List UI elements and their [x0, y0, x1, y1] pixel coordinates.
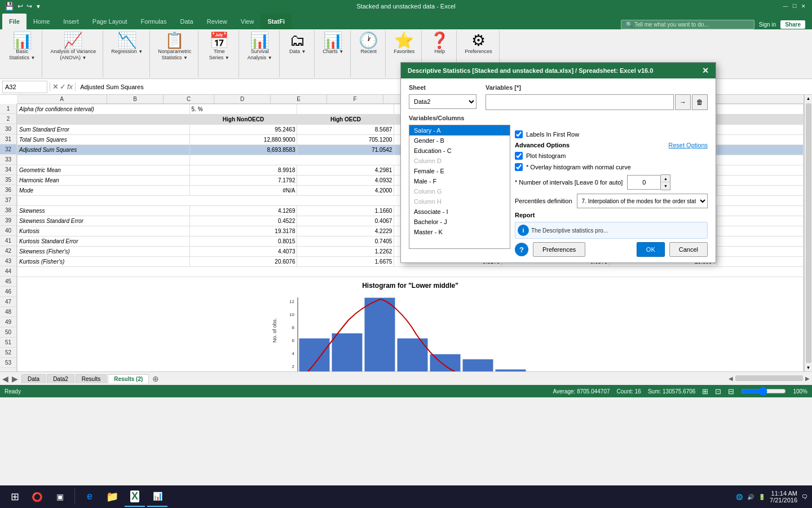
taskbar-edge[interactable]: e	[80, 487, 100, 507]
view-preview-icon[interactable]: ⊟	[728, 387, 734, 396]
cell-c32[interactable]: 71.0542	[297, 145, 394, 155]
share-btn[interactable]: Share	[780, 20, 805, 29]
cell-g39[interactable]	[717, 216, 804, 226]
zoom-slider[interactable]	[741, 387, 786, 396]
cell-b40[interactable]: 19.3178	[189, 226, 297, 237]
cell-a2[interactable]	[17, 115, 190, 125]
var-item-columnh[interactable]: Column H	[409, 196, 510, 207]
preferences-dialog-btn[interactable]: Preferences	[533, 242, 585, 257]
dialog-close-btn[interactable]: ✕	[702, 66, 709, 75]
cell-c40[interactable]: 4.2229	[297, 226, 394, 237]
survival-btn[interactable]: 📊 SurvivalAnalysis ▼	[245, 32, 275, 62]
sign-in[interactable]: Sign in	[759, 21, 776, 28]
cell-a35[interactable]: Harmonic Mean	[17, 176, 190, 186]
spin-up[interactable]: ▲	[661, 175, 670, 182]
horizontal-scrollbar[interactable]	[735, 375, 803, 381]
cell-b43[interactable]: 20.6076	[189, 257, 297, 267]
var-item-gender[interactable]: Gender - B	[409, 135, 510, 146]
plot-histogram-checkbox[interactable]	[515, 152, 523, 160]
cell-c41[interactable]: 0.7405	[297, 237, 394, 247]
var-item-female[interactable]: Female - E	[409, 166, 510, 176]
dialog-help-btn[interactable]: ?	[515, 243, 528, 256]
cell-a43[interactable]: Kurtosis (Fisher's)	[17, 257, 190, 267]
var-item-salary[interactable]: Salary - A	[409, 125, 510, 135]
add-sheet-btn[interactable]: ⊕	[152, 374, 159, 383]
cell-b35[interactable]: 7.1792	[189, 176, 297, 186]
tab-home[interactable]: Home	[27, 14, 56, 29]
tab-formulas[interactable]: Formulas	[134, 14, 174, 29]
variables-input-display[interactable]	[486, 94, 674, 110]
close-btn[interactable]: ✕	[800, 2, 807, 10]
var-item-bachelor[interactable]: Bachelor - J	[409, 217, 510, 227]
var-item-associate[interactable]: Associate - I	[409, 207, 510, 217]
cell-g43[interactable]	[717, 257, 804, 267]
minimize-btn[interactable]: —	[782, 2, 789, 10]
var-item-columnd[interactable]: Column D	[409, 156, 510, 166]
cell-a41[interactable]: Kurtosis Standard Error	[17, 237, 190, 247]
cell-a42[interactable]: Skewness (Fisher's)	[17, 247, 190, 257]
scroll-right[interactable]: ▶	[805, 375, 810, 382]
cell-g35[interactable]	[717, 176, 804, 186]
clear-var-btn[interactable]: 🗑	[692, 94, 708, 110]
notifications-icon[interactable]: 🗨	[802, 494, 807, 500]
cell-c38[interactable]: 1.1660	[297, 206, 394, 216]
sheet-dropdown[interactable]: Data2 Data Results	[409, 94, 476, 109]
cell-a1[interactable]: Alpha (for confidence interval)	[17, 104, 190, 115]
regression-btn[interactable]: 📉 Regression ▼	[109, 32, 145, 56]
maximize-btn[interactable]: ☐	[791, 2, 798, 10]
spin-down[interactable]: ▼	[661, 182, 670, 190]
cell-g32[interactable]	[717, 145, 804, 155]
search-box[interactable]: 🔍 Tell me what you want to do...	[621, 20, 754, 29]
start-btn[interactable]: ⊞	[5, 487, 25, 507]
charts-btn[interactable]: 📊 Charts ▼	[320, 32, 346, 56]
sheet-tab-data2[interactable]: Data2	[47, 374, 74, 383]
cell-g1[interactable]	[717, 104, 804, 115]
cell-b1[interactable]: 5. %	[189, 104, 297, 115]
sheet-tab-data[interactable]: Data	[21, 374, 46, 383]
volume-icon[interactable]: 🔊	[747, 494, 754, 500]
tab-statfi[interactable]: StatFi	[261, 14, 292, 29]
cell-a36[interactable]: Mode	[17, 186, 190, 196]
nonparam-btn[interactable]: 📋 NonparametricStatistics ▼	[156, 32, 193, 62]
cell-g38[interactable]	[717, 206, 804, 216]
cell-a31[interactable]: Total Sum Squares	[17, 135, 190, 145]
cell-b2[interactable]: High NonOECD	[189, 115, 297, 125]
cell-b39[interactable]: 0.4522	[189, 216, 297, 226]
cell-b36[interactable]: #N/A	[189, 186, 297, 196]
var-item-education[interactable]: Education - C	[409, 146, 510, 156]
overlay-normal-checkbox[interactable]	[515, 163, 523, 171]
num-intervals-input[interactable]	[627, 175, 661, 190]
reset-options-link[interactable]: Reset Options	[668, 142, 708, 148]
confirm-formula-icon[interactable]: ✓	[60, 82, 66, 91]
task-view-btn[interactable]: ▣	[50, 487, 70, 507]
scroll-left[interactable]: ◀	[729, 375, 733, 382]
cell-c39[interactable]: 0.4067	[297, 216, 394, 226]
insert-function-icon[interactable]: fx	[67, 82, 73, 91]
sheet-tab-results[interactable]: Results	[76, 374, 107, 383]
percentiles-dropdown[interactable]: 1. Inverse of EDF (SAS-3) 2. EDF with av…	[577, 194, 708, 208]
data-btn[interactable]: 🗂 Data ▼	[287, 32, 308, 56]
network-icon[interactable]: 🌐	[736, 494, 743, 500]
cell-b34[interactable]: 8.9918	[189, 165, 297, 176]
tab-review[interactable]: Review	[200, 14, 234, 29]
cell-b31[interactable]: 12,880.9000	[189, 135, 297, 145]
view-page-icon[interactable]: ⊡	[715, 387, 721, 396]
cell-c43[interactable]: 1.6675	[297, 257, 394, 267]
sheet-nav-right[interactable]: ▶	[12, 374, 18, 383]
cell-g34[interactable]	[717, 165, 804, 176]
tab-data[interactable]: Data	[173, 14, 200, 29]
cortana-btn[interactable]: ⭕	[27, 487, 47, 507]
battery-icon[interactable]: 🔋	[758, 494, 765, 500]
cell-c30[interactable]: 8.5687	[297, 125, 394, 135]
tab-pagelayout[interactable]: Page Layout	[86, 14, 134, 29]
var-item-master[interactable]: Master - K	[409, 227, 510, 237]
tab-view[interactable]: View	[234, 14, 261, 29]
cell-g36[interactable]	[717, 186, 804, 196]
cell-c42[interactable]: 1.2262	[297, 247, 394, 257]
more-icon[interactable]: ▼	[36, 3, 41, 10]
cell-c35[interactable]: 4.0932	[297, 176, 394, 186]
cell-c34[interactable]: 4.2981	[297, 165, 394, 176]
ok-btn[interactable]: OK	[637, 242, 665, 257]
cell-b38[interactable]: 4.1269	[189, 206, 297, 216]
cell-c1[interactable]	[297, 104, 394, 115]
